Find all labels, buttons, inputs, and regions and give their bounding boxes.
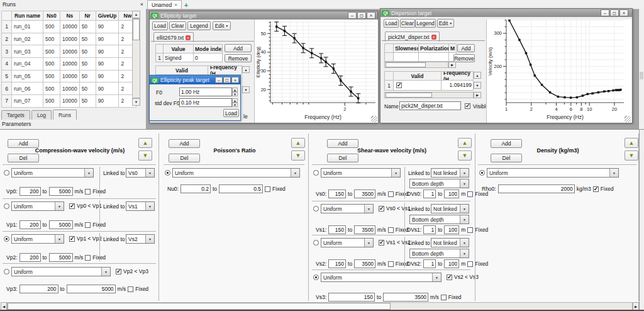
distribution-select[interactable]: Uniform▼ <box>321 273 441 282</box>
vs0-fixed-checkbox[interactable] <box>388 191 394 197</box>
column-header[interactable]: Valid <box>155 65 208 75</box>
load-button[interactable]: Load <box>223 109 239 117</box>
constraint-checkbox[interactable] <box>379 240 384 246</box>
table-row[interactable]: 2run_025001000050902 <box>2 33 136 45</box>
linked-to-select[interactable]: Not linked▼ <box>431 204 469 213</box>
chevron-down-icon[interactable]: ▼ <box>84 169 93 177</box>
linked-to-select[interactable]: Vs0▼ <box>126 168 155 178</box>
distribution-radio[interactable] <box>4 170 9 176</box>
cell[interactable]: 500 <box>43 21 60 33</box>
cell[interactable]: run_04 <box>12 58 43 71</box>
linked-to-select[interactable]: Vs2▼ <box>126 234 155 244</box>
document-tab[interactable]: Unamed × <box>147 0 182 9</box>
column-header-ns[interactable]: Ns <box>60 11 80 21</box>
ellipticity-load-button[interactable]: Load <box>152 21 168 30</box>
distribution-radio[interactable] <box>4 236 9 242</box>
minimize-icon[interactable]: – <box>348 12 357 19</box>
std-dev-input[interactable] <box>179 98 232 107</box>
runs-table[interactable]: Run nameNs0NsNrGiveUpNw1run_015001000050… <box>1 11 136 108</box>
linked-to-select[interactable]: Not linked▼ <box>431 238 469 247</box>
chevron-down-icon[interactable]: ▼ <box>460 215 469 223</box>
move-down-button[interactable]: ▼ <box>291 150 305 161</box>
bottom-depth-select[interactable]: Bottom depth▼ <box>409 215 469 224</box>
new-tab-icon[interactable]: + <box>184 1 188 9</box>
chevron-down-icon[interactable]: ▼ <box>55 202 64 210</box>
vp1-max-input[interactable] <box>49 220 73 229</box>
scroll-down-icon[interactable]: ▼ <box>474 82 481 89</box>
minimize-icon[interactable]: – <box>215 77 223 83</box>
column-header-nr[interactable]: Nr <box>79 11 96 21</box>
constraint-checkbox[interactable] <box>447 274 452 280</box>
cell[interactable]: run_06 <box>12 82 43 95</box>
chevron-down-icon[interactable]: ▼ <box>460 179 469 188</box>
maximize-icon[interactable]: ◻ <box>610 9 619 16</box>
remove-button[interactable]: Remove <box>225 54 252 62</box>
dispersion-chart[interactable]: 200300124681020Frequency (Hz)Velocity (m… <box>486 20 631 123</box>
dvs0-min-input[interactable] <box>423 189 436 198</box>
add-button[interactable]: Add <box>225 44 252 52</box>
rho0-fixed-checkbox[interactable] <box>593 186 599 192</box>
chevron-down-icon[interactable]: ▼ <box>145 202 154 210</box>
vp2-fixed-checkbox[interactable] <box>85 255 91 261</box>
distribution-select[interactable]: Uniform▼ <box>321 238 374 247</box>
scrollbar-thumb[interactable] <box>386 62 426 67</box>
chevron-down-icon[interactable]: ▼ <box>460 169 469 177</box>
spin-down-icon[interactable]: ▼ <box>232 92 238 96</box>
cell[interactable]: 10000 <box>60 70 80 82</box>
column-header[interactable]: Frequency (H <box>441 71 474 81</box>
cell[interactable]: 10000 <box>60 82 80 95</box>
minimize-icon[interactable]: – <box>601 9 609 16</box>
valid-checkbox[interactable] <box>396 82 402 88</box>
distribution-radio[interactable] <box>4 203 9 209</box>
vp2-max-input[interactable] <box>49 253 73 262</box>
scrollbar-thumb[interactable] <box>8 303 391 310</box>
cell[interactable]: 50 <box>79 82 96 95</box>
dvs0-fixed-checkbox[interactable] <box>467 191 473 197</box>
cell[interactable]: 500 <box>43 82 60 95</box>
valid-cell[interactable] <box>393 80 441 91</box>
row-number[interactable]: 1 <box>2 21 12 33</box>
scroll-right-icon[interactable]: ▶ <box>474 92 481 98</box>
bottom-depth-select[interactable]: Bottom depth▼ <box>409 179 469 188</box>
close-tab-icon[interactable]: × <box>431 35 436 40</box>
ellipticity-chart[interactable]: 203040502Frequency (Hz)Ellipticity (deg) <box>254 20 378 123</box>
cell[interactable]: 50 <box>79 33 96 45</box>
close-icon[interactable]: × <box>140 1 143 8</box>
nu0-min-input[interactable] <box>180 184 211 193</box>
scrollbar-thumb[interactable] <box>133 19 140 40</box>
row-number[interactable]: 7 <box>2 95 12 108</box>
column-header[interactable]: Valid <box>393 71 441 81</box>
cell[interactable]: 90 <box>96 45 119 58</box>
chevron-down-icon[interactable]: ▼ <box>391 169 400 177</box>
vs1-min-input[interactable] <box>328 225 346 234</box>
cell[interactable]: 500 <box>43 95 60 108</box>
cell[interactable]: 50 <box>79 45 96 58</box>
vs3-fixed-checkbox[interactable] <box>441 295 447 300</box>
column-header-ns0[interactable]: Ns0 <box>43 11 60 21</box>
close-icon[interactable]: × <box>619 9 628 16</box>
row-number[interactable]: 3 <box>2 45 12 58</box>
distribution-select[interactable]: Uniform▼ <box>11 168 94 178</box>
chevron-down-icon[interactable]: ▼ <box>145 169 154 177</box>
dispersion-mode-table[interactable]: Slowness Polarization M <box>384 43 457 62</box>
chevron-down-icon[interactable]: ▼ <box>291 169 299 177</box>
cell[interactable]: 10000 <box>60 21 80 33</box>
close-icon[interactable]: × <box>231 77 239 83</box>
row-number[interactable]: 4 <box>2 58 12 71</box>
move-down-button[interactable]: ▼ <box>625 150 638 161</box>
nu0-fixed-checkbox[interactable] <box>265 186 270 192</box>
vs2-fixed-checkbox[interactable] <box>388 261 394 267</box>
maximize-icon[interactable]: ◻ <box>223 77 231 83</box>
dispersion-load-button[interactable]: Load <box>384 19 399 28</box>
move-up-button[interactable]: ▲ <box>625 138 638 148</box>
runs-vscrollbar[interactable] <box>132 18 140 98</box>
chevron-down-icon[interactable]: ▼ <box>55 235 64 243</box>
column-header[interactable]: M <box>449 44 457 53</box>
column-header[interactable]: Mode index <box>194 45 223 54</box>
add-button[interactable]: Add <box>169 139 200 148</box>
del-button[interactable]: Del <box>327 154 358 162</box>
cell[interactable]: 50 <box>79 21 96 33</box>
del-button[interactable]: Del <box>8 154 39 162</box>
nu0-max-input[interactable] <box>219 184 263 193</box>
dvs1-fixed-checkbox[interactable] <box>467 227 473 233</box>
